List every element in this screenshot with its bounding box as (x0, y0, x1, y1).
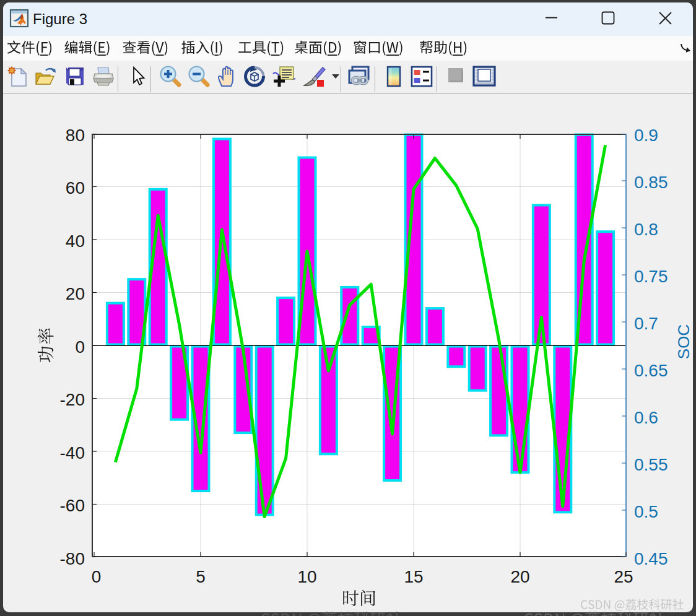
svg-text:0.8: 0.8 (634, 220, 658, 239)
svg-text:5: 5 (196, 567, 206, 586)
svg-text:-40: -40 (60, 443, 85, 462)
svg-text:-60: -60 (60, 496, 85, 515)
svg-text:80: 80 (66, 126, 85, 145)
svg-text:20: 20 (66, 284, 85, 303)
svg-text:0: 0 (92, 567, 102, 586)
svg-text:25: 25 (614, 567, 633, 586)
svg-text:60: 60 (66, 178, 85, 197)
svg-text:0.5: 0.5 (634, 502, 658, 521)
svg-text:-80: -80 (60, 549, 85, 568)
svg-text:0.6: 0.6 (634, 408, 658, 427)
svg-text:0.7: 0.7 (634, 314, 658, 333)
svg-text:0.9: 0.9 (634, 126, 658, 145)
svg-text:15: 15 (404, 567, 423, 586)
svg-text:0: 0 (75, 337, 85, 357)
svg-text:0.85: 0.85 (634, 173, 668, 192)
svg-text:0.65: 0.65 (634, 361, 668, 380)
svg-text:SOC: SOC (674, 324, 693, 359)
svg-text:10: 10 (297, 567, 316, 586)
svg-text:0.55: 0.55 (634, 455, 668, 474)
svg-text:0.75: 0.75 (634, 267, 668, 286)
svg-text:20: 20 (510, 567, 529, 586)
svg-text:40: 40 (66, 232, 85, 251)
svg-text:0.45: 0.45 (634, 549, 668, 568)
svg-text:-20: -20 (60, 390, 85, 409)
